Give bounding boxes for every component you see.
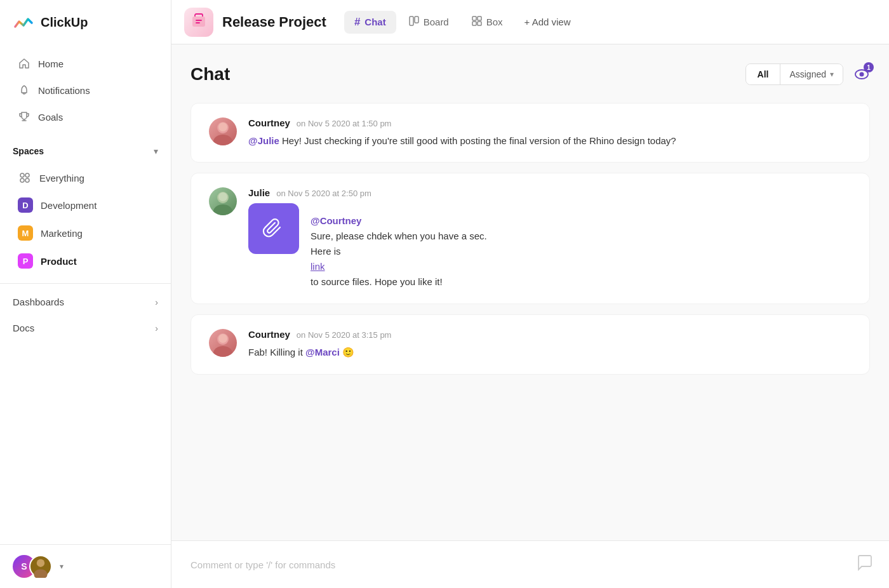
svg-point-4 [37, 559, 44, 566]
dashboards-chevron-icon: › [155, 297, 158, 307]
comment-placeholder: Comment or type '/' for commands [190, 559, 335, 570]
filter-assigned-button[interactable]: Assigned ▾ [780, 64, 843, 84]
paperclip-icon [262, 217, 285, 240]
tab-board[interactable]: Board [399, 11, 459, 33]
watch-button[interactable]: 1 [853, 66, 870, 83]
attachment-thumbnail[interactable] [248, 203, 299, 254]
svg-point-19 [213, 204, 232, 215]
svg-point-3 [25, 178, 29, 182]
spaces-title: Spaces [13, 146, 44, 156]
marketing-badge: M [18, 225, 33, 241]
sidebar-navigation: Home Notifications Goals [0, 44, 171, 136]
logo-text: ClickUp [41, 15, 88, 30]
svg-point-14 [860, 72, 864, 77]
sidebar-item-marketing[interactable]: M Marketing [5, 220, 166, 246]
sidebar-item-goals[interactable]: Goals [5, 104, 166, 130]
svg-point-2 [20, 178, 24, 182]
sidebar-item-development[interactable]: D Development [5, 192, 166, 218]
svg-point-0 [20, 173, 24, 177]
svg-rect-12 [478, 22, 481, 25]
sidebar-item-notifications[interactable]: Notifications [5, 77, 166, 103]
spaces-header: Spaces ▾ [13, 146, 158, 156]
sidebar-item-home[interactable]: Home [5, 51, 166, 76]
message-card-2: Julie on Nov 5 2020 at 2:50 pm @Courtney… [190, 173, 870, 304]
courtney-avatar-2 [209, 329, 237, 357]
mention-courtney: @Courtney [311, 213, 487, 229]
spaces-chevron-icon[interactable]: ▾ [154, 146, 158, 156]
tab-chat-label: Chat [364, 17, 385, 27]
message-header-2: Julie on Nov 5 2020 at 2:50 pm [248, 187, 852, 198]
watch-badge: 1 [864, 62, 874, 72]
marketing-label: Marketing [41, 228, 83, 239]
docs-label: Docs [13, 323, 34, 333]
source-files-link[interactable]: link [311, 259, 487, 274]
message-author-1: Courtney [248, 117, 290, 128]
svg-rect-8 [415, 17, 418, 23]
svg-rect-9 [472, 17, 476, 20]
add-view-button[interactable]: + Add view [516, 11, 580, 32]
mention-julie: @Julie [248, 135, 279, 146]
tab-board-label: Board [424, 17, 449, 27]
comment-input[interactable]: Comment or type '/' for commands [171, 542, 856, 588]
chat-header-right: All Assigned ▾ 1 [745, 63, 870, 85]
svg-point-17 [218, 123, 227, 131]
svg-rect-6 [192, 17, 205, 27]
message-text-1: @Julie Hey! Just checking if you're stil… [248, 133, 852, 148]
filter-all-button[interactable]: All [746, 64, 781, 84]
add-view-label: + Add view [525, 17, 571, 27]
bell-icon [18, 84, 30, 97]
chat-hash-icon: # [354, 16, 360, 29]
message-card-3: Courtney on Nov 5 2020 at 3:15 pm Fab! K… [190, 314, 870, 374]
courtney-avatar-1 [209, 117, 237, 145]
tab-box[interactable]: Box [462, 11, 513, 33]
message-header-1: Courtney on Nov 5 2020 at 1:50 pm [248, 117, 852, 128]
mention-marci: @Marci [305, 347, 340, 357]
julie-avatar [209, 187, 237, 215]
message-author-2: Julie [248, 187, 270, 198]
user-dropdown-arrow[interactable]: ▾ [60, 562, 64, 571]
comment-bubble-icon[interactable] [856, 541, 889, 588]
chat-title: Chat [190, 64, 230, 84]
svg-point-1 [25, 173, 29, 177]
project-title: Release Project [222, 14, 326, 30]
product-badge: P [18, 253, 33, 269]
message-content-3: Courtney on Nov 5 2020 at 3:15 pm Fab! K… [248, 329, 852, 359]
sidebar-divider [0, 283, 171, 284]
clickup-logo-icon [13, 11, 34, 33]
main-content: Release Project # Chat Board Box + Add v… [171, 0, 889, 588]
sidebar-item-docs[interactable]: Docs › [0, 315, 171, 341]
sidebar: ClickUp Home Notifications Goals Spaces … [0, 0, 171, 588]
tab-chat[interactable]: # Chat [344, 11, 396, 34]
message-content-2: Julie on Nov 5 2020 at 2:50 pm @Courtney… [248, 187, 852, 290]
tab-box-label: Box [486, 17, 503, 27]
avatar-group[interactable]: S [13, 555, 52, 578]
message-text-3: Fab! Killing it @Marci 🙂 [248, 345, 852, 359]
sidebar-item-product[interactable]: P Product [5, 248, 166, 274]
svg-point-20 [218, 192, 227, 201]
everything-label: Everything [39, 173, 84, 184]
svg-point-5 [34, 569, 47, 578]
sidebar-bottom: S ▾ [0, 544, 171, 588]
logo: ClickUp [0, 0, 171, 44]
sidebar-item-everything[interactable]: Everything [5, 165, 166, 190]
spaces-list: Everything D Development M Marketing P P… [0, 161, 171, 278]
assigned-dropdown-icon: ▾ [830, 70, 834, 79]
sidebar-goals-label: Goals [38, 112, 63, 123]
sidebar-home-label: Home [38, 58, 64, 69]
development-label: Development [41, 200, 97, 211]
message-header-3: Courtney on Nov 5 2020 at 3:15 pm [248, 329, 852, 340]
product-label: Product [41, 256, 77, 267]
topbar: Release Project # Chat Board Box + Add v… [171, 0, 889, 44]
project-icon [190, 11, 208, 33]
tab-list: # Chat Board Box + Add view [344, 11, 876, 34]
svg-rect-7 [410, 17, 413, 25]
trophy-icon [18, 110, 30, 123]
development-badge: D [18, 197, 33, 213]
project-icon-wrap [184, 8, 213, 37]
message-text-2: @Courtney Sure, please chdek when you ha… [311, 203, 487, 290]
sidebar-item-dashboards[interactable]: Dashboards › [0, 289, 171, 315]
box-icon [472, 16, 482, 28]
message-time-2: on Nov 5 2020 at 2:50 pm [276, 189, 371, 198]
dashboards-label: Dashboards [13, 297, 64, 307]
sidebar-notifications-label: Notifications [38, 85, 90, 96]
